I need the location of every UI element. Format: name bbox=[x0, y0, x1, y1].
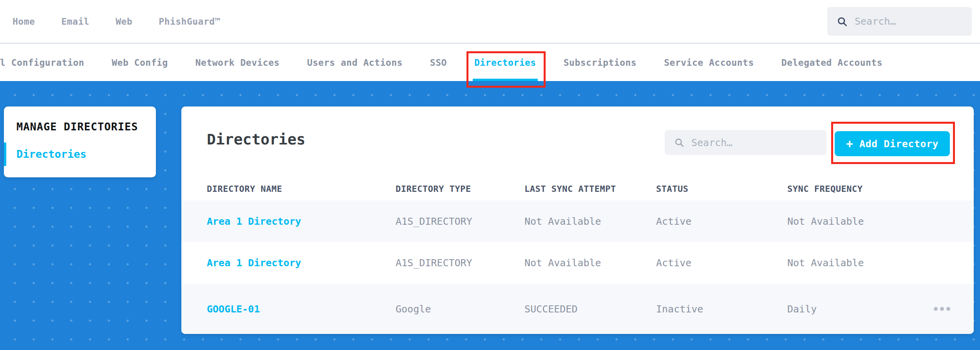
directory-type-cell: A1S_DIRECTORY bbox=[396, 216, 524, 227]
sidebar-title: MANAGE DIRECTORIES bbox=[16, 121, 138, 133]
sync-frequency-cell: Daily bbox=[787, 303, 924, 315]
directories-page: Home Email Web PhishGuard™ l Configurati… bbox=[0, 0, 980, 350]
tab-directories-label: Directories bbox=[474, 58, 536, 68]
global-search[interactable] bbox=[827, 7, 972, 36]
add-directory-button[interactable]: + Add Directory bbox=[835, 131, 950, 156]
last-sync-cell: Not Available bbox=[524, 216, 656, 227]
top-bar: Home Email Web PhishGuard™ bbox=[0, 0, 980, 43]
primary-nav: Home Email Web PhishGuard™ bbox=[13, 0, 221, 43]
settings-nav: l Configuration Web Config Network Devic… bbox=[0, 44, 980, 81]
nav-item-email[interactable]: Email bbox=[61, 16, 89, 27]
plus-icon: + bbox=[846, 138, 853, 150]
column-header-directory-type: DIRECTORY TYPE bbox=[396, 184, 524, 194]
last-sync-cell: Not Available bbox=[524, 257, 656, 269]
directory-name-link[interactable]: Area 1 Directory bbox=[207, 257, 396, 269]
table-header: DIRECTORY NAME DIRECTORY TYPE LAST SYNC … bbox=[181, 177, 974, 200]
table-row: Area 1 Directory A1S_DIRECTORY Not Avail… bbox=[181, 200, 974, 242]
tab-users-and-actions[interactable]: Users and Actions bbox=[307, 44, 403, 81]
global-search-input[interactable] bbox=[855, 16, 962, 27]
search-icon bbox=[837, 16, 848, 27]
directory-name-link[interactable]: Area 1 Directory bbox=[207, 216, 396, 227]
table-row: GOOGLE-01 Google SUCCEEDED Inactive Dail… bbox=[181, 284, 974, 334]
column-header-sync-frequency: SYNC FREQUENCY bbox=[787, 184, 924, 194]
directory-name-link[interactable]: GOOGLE-01 bbox=[207, 303, 396, 315]
tab-service-accounts[interactable]: Service Accounts bbox=[664, 44, 754, 81]
sync-frequency-cell: Not Available bbox=[787, 216, 924, 227]
ellipsis-icon bbox=[934, 307, 950, 311]
directories-search-input[interactable] bbox=[691, 137, 817, 148]
tab-email-configuration[interactable]: l Configuration bbox=[0, 44, 84, 81]
workspace-background: MANAGE DIRECTORIES Directories Directori… bbox=[0, 81, 980, 350]
column-header-status: STATUS bbox=[656, 184, 787, 194]
sidebar-item-directories[interactable]: Directories bbox=[16, 148, 87, 160]
nav-item-phishguard[interactable]: PhishGuard™ bbox=[159, 16, 221, 27]
sidebar-card: MANAGE DIRECTORIES Directories bbox=[4, 106, 156, 177]
directory-type-cell: Google bbox=[396, 303, 524, 315]
page-title: Directories bbox=[207, 131, 306, 148]
tab-directories[interactable]: Directories bbox=[474, 44, 536, 81]
add-directory-label: Add Directory bbox=[859, 138, 938, 150]
sync-frequency-cell: Not Available bbox=[787, 257, 924, 269]
nav-item-home[interactable]: Home bbox=[13, 16, 35, 27]
row-actions-button[interactable] bbox=[924, 303, 950, 315]
tab-delegated-accounts[interactable]: Delegated Accounts bbox=[781, 44, 882, 81]
status-cell: Inactive bbox=[656, 303, 787, 315]
search-icon bbox=[674, 137, 684, 148]
active-indicator bbox=[4, 143, 6, 166]
directory-type-cell: A1S_DIRECTORY bbox=[396, 257, 524, 269]
tab-subscriptions[interactable]: Subscriptions bbox=[564, 44, 637, 81]
nav-item-web[interactable]: Web bbox=[116, 16, 132, 27]
status-cell: Active bbox=[656, 216, 787, 227]
directories-search[interactable] bbox=[665, 130, 826, 155]
tab-web-config[interactable]: Web Config bbox=[112, 44, 168, 81]
column-header-directory-name: DIRECTORY NAME bbox=[207, 184, 396, 194]
tab-network-devices[interactable]: Network Devices bbox=[195, 44, 280, 81]
last-sync-cell: SUCCEEDED bbox=[524, 303, 656, 315]
directories-card: Directories + Add Directory DIRECTORY NA… bbox=[181, 106, 974, 334]
tab-sso[interactable]: SSO bbox=[430, 44, 447, 81]
status-cell: Active bbox=[656, 257, 787, 269]
column-header-last-sync: LAST SYNC ATTEMPT bbox=[524, 184, 656, 194]
table-row: Area 1 Directory A1S_DIRECTORY Not Avail… bbox=[181, 242, 974, 284]
